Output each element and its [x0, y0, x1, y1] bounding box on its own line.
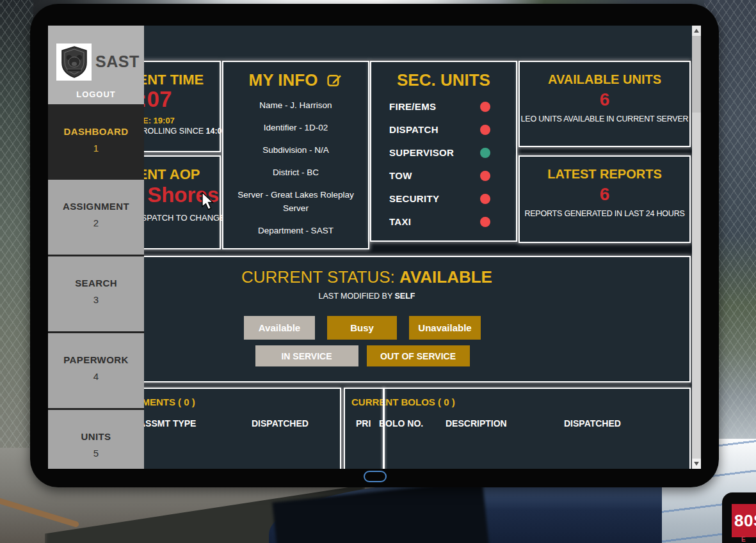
unit-status-dot [480, 125, 490, 135]
sidebar-item-paperwork[interactable]: PAPERWORK 4 [48, 333, 144, 410]
available-units-title: AVAILABLE UNITS [520, 72, 689, 87]
bolos-title: CURRENT BOLOS ( 0 ) [351, 397, 455, 407]
in-service-button[interactable]: IN SERVICE [255, 345, 358, 366]
sidebar-item-units[interactable]: UNITS 5 [48, 410, 144, 469]
my-info-field: Department - SAST [227, 224, 364, 238]
content-top-strip [48, 26, 692, 59]
sidebar: SAST LOGOUT DASHBOARD 1 ASSIGNMENT 2 SEA… [48, 26, 144, 469]
my-info-field: Subdivision - N/A [227, 144, 364, 157]
bolos-col-pri: PRI [356, 418, 371, 429]
sidebar-item-assignment[interactable]: ASSIGNMENT 2 [48, 180, 144, 256]
sec-units-title: SEC. UNITS [371, 70, 516, 90]
scroll-up-icon[interactable] [692, 26, 701, 36]
unit-status-dot [480, 102, 490, 112]
sec-unit-row: TAXI [389, 216, 490, 227]
my-info-field: District - BC [227, 166, 364, 180]
unit-status-dot [480, 194, 490, 204]
scrollbar-thumb[interactable] [692, 36, 701, 113]
unit-status-dot [480, 171, 490, 181]
my-info-card: MY INFO Name - J. Harrison Identifier - … [222, 61, 369, 249]
tablet-device: CURRENT TIME 19:07 GAME TIME: 19:07 PATR… [30, 4, 719, 487]
cad-screen: CURRENT TIME 19:07 GAME TIME: 19:07 PATR… [48, 26, 701, 469]
status-busy-button[interactable]: Busy [327, 316, 397, 340]
latest-reports-caption: REPORTS GENERATED IN LAST 24 HOURS [520, 209, 689, 218]
latest-reports-card: LATEST REPORTS 6 REPORTS GENERATED IN LA… [519, 155, 691, 243]
available-units-caption: LEO UNITS AVAILABLE IN CURRENT SERVER [520, 114, 689, 123]
my-info-field: Identifier - 1D-02 [227, 122, 364, 135]
logout-button[interactable]: LOGOUT [48, 90, 144, 99]
mouse-cursor [201, 192, 216, 214]
brand-text: SAST [95, 52, 140, 71]
latest-reports-value: 6 [520, 184, 689, 205]
bolos-table-card: CURRENT BOLOS ( 0 ) PRI BOLO NO. DESCRIP… [344, 388, 691, 469]
vertical-scrollbar[interactable] [692, 26, 701, 469]
out-of-service-button[interactable]: OUT OF SERVICE [367, 345, 470, 366]
sec-units-card: SEC. UNITS FIRE/EMS DISPATCH SUPERVISOR [370, 61, 517, 242]
my-info-field: Server - Great Lakes Roleplay Server [227, 189, 364, 216]
sidebar-item-search[interactable]: SEARCH 3 [48, 256, 144, 333]
sec-unit-row: TOW [389, 170, 490, 181]
sec-unit-row: SECURITY [389, 193, 490, 204]
assignments-col-type: ASSMT TYPE [139, 418, 196, 429]
tablet-home-button[interactable] [364, 471, 387, 482]
available-units-value: 6 [520, 90, 689, 110]
sec-unit-row: DISPATCH [389, 124, 490, 135]
status-unavailable-button[interactable]: Unavailable [409, 316, 481, 340]
my-info-title: MY INFO [249, 70, 318, 90]
radio-hud-partial-text: E [741, 536, 746, 543]
latest-reports-title: LATEST REPORTS [520, 167, 689, 182]
bolos-column-divider [383, 388, 385, 469]
my-info-fields: Name - J. Harrison Identifier - 1D-02 Su… [223, 95, 368, 237]
unit-status-dot [480, 148, 490, 158]
edit-icon[interactable] [326, 72, 342, 88]
current-status-panel: CURRENT STATUS: AVAILABLE LAST MODIFIED … [54, 256, 691, 382]
game-screenshot: 80S E CURRENT TIME 19:07 GAME TIME: 19:0… [0, 0, 756, 543]
bolos-col-description: DESCRIPTION [446, 418, 507, 429]
sast-logo [56, 43, 92, 81]
sec-unit-row: SUPERVISOR [389, 147, 490, 158]
last-modified-line: LAST MODIFIED BY SELF [50, 292, 684, 301]
bolos-col-number: BOLO NO. [379, 418, 423, 429]
bolos-col-dispatched: DISPATCHED [564, 418, 621, 429]
sidebar-header: SAST LOGOUT [48, 26, 144, 104]
current-status-title: CURRENT STATUS: AVAILABLE [50, 267, 684, 287]
assignments-col-dispatched: DISPATCHED [252, 418, 309, 429]
unit-status-dot [480, 217, 490, 227]
scroll-down-icon[interactable] [692, 459, 701, 469]
radio-station-badge: 80S [732, 504, 756, 537]
radio-hud: 80S [722, 492, 756, 543]
available-units-card: AVAILABLE UNITS 6 LEO UNITS AVAILABLE IN… [519, 61, 691, 147]
my-info-field: Name - J. Harrison [227, 99, 364, 113]
sidebar-item-dashboard[interactable]: DASHBOARD 1 [48, 104, 144, 180]
background-fence-left [0, 0, 33, 517]
sec-unit-row: FIRE/EMS [389, 101, 490, 112]
status-available-button[interactable]: Available [244, 316, 315, 340]
